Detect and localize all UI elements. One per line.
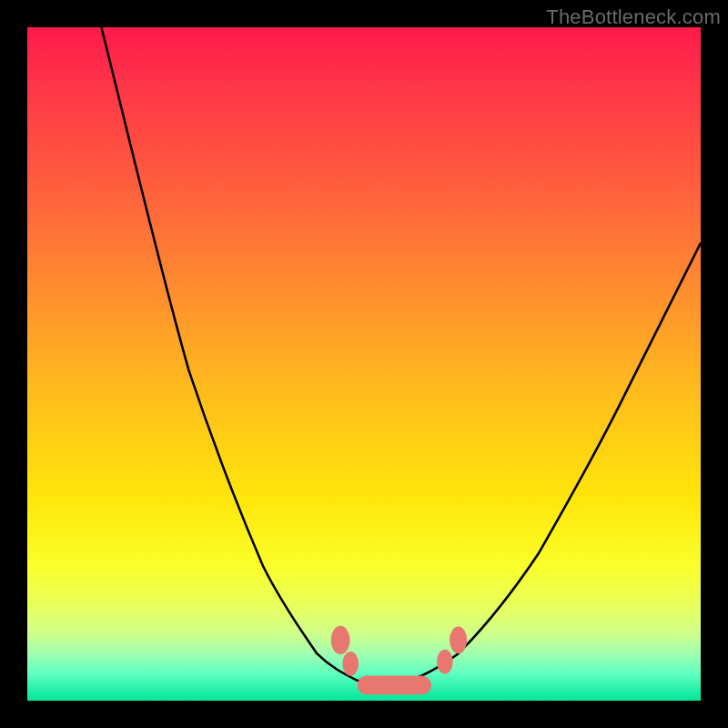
marker-capsule: [358, 676, 431, 695]
right-curve: [384, 243, 701, 687]
marker-group: [331, 626, 467, 694]
marker-dot: [342, 652, 359, 676]
curve-layer: [27, 27, 701, 701]
marker-dot: [450, 627, 467, 654]
chart-frame: TheBottleneck.com: [0, 0, 728, 728]
left-curve: [101, 27, 384, 687]
plot-area: [27, 27, 701, 701]
watermark-text: TheBottleneck.com: [546, 5, 721, 29]
marker-dot: [331, 626, 350, 654]
marker-dot: [437, 650, 453, 674]
